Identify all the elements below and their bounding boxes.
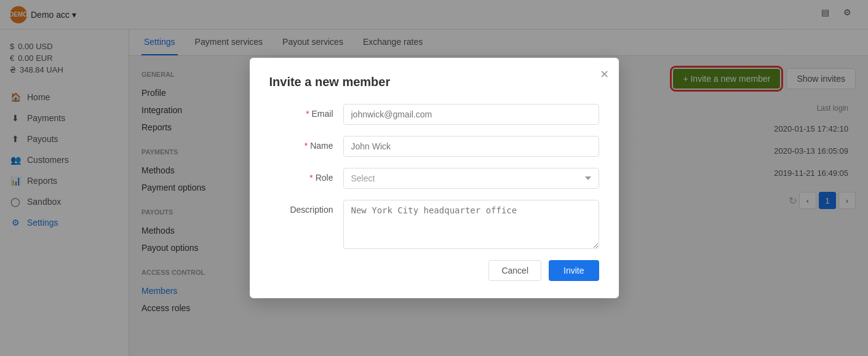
modal-close-button[interactable]: ✕ xyxy=(600,68,609,81)
email-label: * Email xyxy=(269,104,343,119)
role-select[interactable]: Select Admin Owner xyxy=(343,168,599,189)
description-textarea[interactable] xyxy=(343,200,599,249)
required-mark: * xyxy=(305,141,310,151)
invite-button[interactable]: Invite xyxy=(549,260,599,281)
email-field[interactable] xyxy=(343,104,599,125)
role-label: * Role xyxy=(269,168,343,183)
name-label: * Name xyxy=(269,136,343,151)
form-row-role: * Role Select Admin Owner xyxy=(269,168,599,189)
form-row-description: Description xyxy=(269,200,599,249)
cancel-button[interactable]: Cancel xyxy=(488,260,541,281)
required-mark: * xyxy=(306,109,311,119)
form-row-email: * Email xyxy=(269,104,599,125)
form-row-name: * Name xyxy=(269,136,599,157)
invite-modal: Invite a new member ✕ * Email * Name * R… xyxy=(250,58,619,298)
description-label: Description xyxy=(269,200,343,215)
modal-title: Invite a new member xyxy=(269,75,599,89)
modal-overlay[interactable]: Invite a new member ✕ * Email * Name * R… xyxy=(0,0,868,356)
required-mark: * xyxy=(309,173,315,183)
modal-actions: Cancel Invite xyxy=(269,260,599,281)
name-field[interactable] xyxy=(343,136,599,157)
